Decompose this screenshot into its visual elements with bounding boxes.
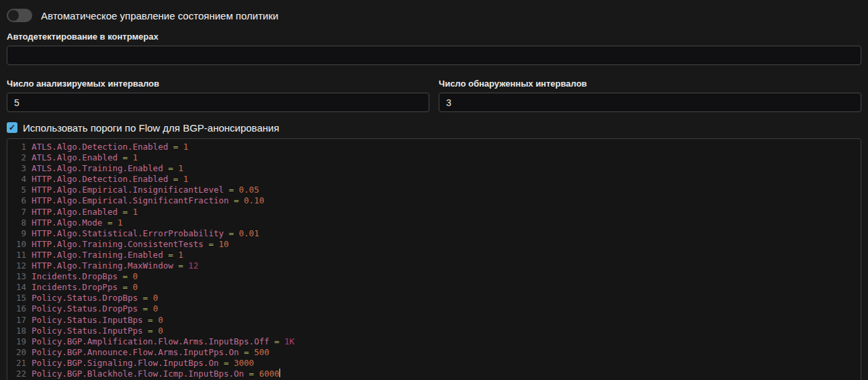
code-line[interactable]: 11HTTP.Algo.Training.Enabled = 1 bbox=[7, 250, 861, 260]
code-line[interactable]: 22Policy.BGP.Blackhole.Flow.Icmp.InputBp… bbox=[7, 369, 861, 379]
code-line[interactable]: 18Policy.Status.InputPps = 0 bbox=[7, 326, 861, 336]
detected-intervals-field: Число обнаруженных интервалов bbox=[439, 79, 861, 112]
equals-operator: = bbox=[224, 185, 239, 195]
config-value: 12 bbox=[188, 260, 198, 271]
line-number: 11 bbox=[7, 250, 32, 260]
config-value: 0.10 bbox=[244, 195, 264, 206]
equals-operator: = bbox=[239, 347, 255, 358]
config-value: 0 bbox=[158, 315, 163, 326]
config-key: HTTP.Algo.Detection.Enabled bbox=[32, 174, 168, 185]
config-value: 0 bbox=[158, 326, 163, 336]
config-value: 1 bbox=[183, 142, 189, 152]
autodetect-label: Автодетектирование в контрмерах bbox=[7, 32, 861, 42]
config-key: ATLS.Algo.Detection.Enabled bbox=[32, 142, 168, 152]
flow-thresholds-checkbox[interactable]: ✓ bbox=[7, 122, 17, 133]
line-number: 21 bbox=[7, 358, 32, 369]
equals-operator: = bbox=[204, 239, 219, 250]
line-number: 7 bbox=[7, 207, 32, 218]
code-line[interactable]: 12HTTP.Algo.Training.MaxWindow = 12 bbox=[7, 260, 861, 271]
equals-operator: = bbox=[168, 174, 183, 185]
equals-operator: = bbox=[224, 228, 239, 239]
config-key: Policy.BGP.Amplification.Flow.Arms.Input… bbox=[32, 336, 269, 347]
equals-operator: = bbox=[244, 369, 259, 379]
config-key: HTTP.Algo.Training.Enabled bbox=[32, 250, 163, 260]
line-number: 18 bbox=[7, 326, 32, 336]
line-number: 12 bbox=[7, 260, 32, 271]
code-line[interactable]: 16Policy.Status.DropPps = 0 bbox=[7, 303, 861, 314]
equals-operator: = bbox=[102, 218, 118, 228]
config-value: 1 bbox=[183, 174, 189, 185]
config-key: ATLS.Algo.Training.Enabled bbox=[32, 163, 163, 174]
text-cursor bbox=[279, 369, 281, 377]
config-key: Policy.BGP.Announce.Flow.Arms.InputPps.O… bbox=[32, 347, 239, 358]
code-line[interactable]: 4HTTP.Algo.Detection.Enabled = 1 bbox=[7, 174, 861, 185]
code-line[interactable]: 3ATLS.Algo.Training.Enabled = 1 bbox=[7, 163, 861, 174]
analyzed-intervals-input[interactable] bbox=[7, 93, 429, 112]
code-line[interactable]: 17Policy.Status.InputBps = 0 bbox=[7, 315, 861, 326]
line-number: 4 bbox=[7, 174, 32, 185]
config-editor[interactable]: 1ATLS.Algo.Detection.Enabled = 12ATLS.Al… bbox=[7, 138, 861, 380]
config-value: 6000 bbox=[259, 369, 279, 379]
equals-operator: = bbox=[143, 326, 159, 336]
code-line[interactable]: 15Policy.Status.DropBps = 0 bbox=[7, 293, 861, 303]
code-line[interactable]: 20Policy.BGP.Announce.Flow.Arms.InputPps… bbox=[7, 347, 861, 358]
line-number: 17 bbox=[7, 315, 32, 326]
equals-operator: = bbox=[163, 250, 179, 260]
line-number: 14 bbox=[7, 282, 32, 293]
detected-intervals-input[interactable] bbox=[439, 93, 861, 112]
config-key: Incidents.DropBps bbox=[32, 271, 118, 282]
config-value: 0.05 bbox=[239, 185, 259, 195]
policy-auto-state-toggle[interactable] bbox=[7, 9, 32, 22]
config-key: ATLS.Algo.Enabled bbox=[32, 152, 118, 163]
line-number: 5 bbox=[7, 185, 32, 195]
code-line[interactable]: 7HTTP.Algo.Enabled = 1 bbox=[7, 207, 861, 218]
code-line[interactable]: 21Policy.BGP.Signaling.Flow.InputBps.On … bbox=[7, 358, 861, 369]
line-number: 2 bbox=[7, 152, 32, 163]
config-key: Policy.Status.DropBps bbox=[32, 293, 138, 303]
code-line[interactable]: 13Incidents.DropBps = 0 bbox=[7, 271, 861, 282]
code-line[interactable]: 2ATLS.Algo.Enabled = 1 bbox=[7, 152, 861, 163]
code-line[interactable]: 19Policy.BGP.Amplification.Flow.Arms.Inp… bbox=[7, 336, 861, 347]
code-line[interactable]: 6HTTP.Algo.Empirical.SignificantFraction… bbox=[7, 195, 861, 206]
equals-operator: = bbox=[138, 303, 153, 314]
code-line[interactable]: 9HTTP.Algo.Statistical.ErrorProbability … bbox=[7, 228, 861, 239]
code-line[interactable]: 8HTTP.Algo.Mode = 1 bbox=[7, 218, 861, 228]
equals-operator: = bbox=[118, 282, 133, 293]
config-value: 1 bbox=[118, 218, 123, 228]
code-line[interactable]: 1ATLS.Algo.Detection.Enabled = 1 bbox=[7, 142, 861, 152]
code-line[interactable]: 5HTTP.Algo.Empirical.InsignificantLevel … bbox=[7, 185, 861, 195]
config-value: 500 bbox=[254, 347, 269, 358]
equals-operator: = bbox=[138, 293, 153, 303]
line-number: 9 bbox=[7, 228, 32, 239]
equals-operator: = bbox=[269, 336, 285, 347]
config-value: 0 bbox=[133, 271, 138, 282]
line-number: 6 bbox=[7, 195, 32, 206]
config-value: 3000 bbox=[234, 358, 254, 369]
analyzed-intervals-label: Число анализируемых интервалов bbox=[7, 79, 429, 89]
autodetect-field: Автодетектирование в контрмерах bbox=[7, 32, 861, 65]
line-number: 15 bbox=[7, 293, 32, 303]
equals-operator: = bbox=[143, 315, 159, 326]
equals-operator: = bbox=[229, 195, 245, 206]
settings-form: Автоматическое управление состоянием пол… bbox=[0, 0, 868, 380]
equals-operator: = bbox=[118, 152, 133, 163]
code-line[interactable]: 10HTTP.Algo.Training.ConsistentTests = 1… bbox=[7, 239, 861, 250]
detected-intervals-label: Число обнаруженных интервалов bbox=[439, 79, 861, 89]
line-number: 22 bbox=[7, 369, 32, 379]
config-key: HTTP.Algo.Mode bbox=[32, 218, 102, 228]
code-line[interactable]: 14Incidents.DropPps = 0 bbox=[7, 282, 861, 293]
config-value: 0 bbox=[133, 282, 138, 293]
equals-operator: = bbox=[118, 207, 133, 218]
autodetect-input[interactable] bbox=[7, 46, 861, 65]
config-key: Incidents.DropPps bbox=[32, 282, 118, 293]
config-value: 1 bbox=[133, 152, 138, 163]
config-key: HTTP.Algo.Empirical.SignificantFraction bbox=[32, 195, 229, 206]
policy-auto-state-row: Автоматическое управление состоянием пол… bbox=[7, 8, 861, 23]
line-number: 16 bbox=[7, 303, 32, 314]
config-value: 0 bbox=[153, 293, 159, 303]
line-number: 13 bbox=[7, 271, 32, 282]
equals-operator: = bbox=[218, 358, 234, 369]
equals-operator: = bbox=[168, 142, 183, 152]
config-key: HTTP.Algo.Empirical.InsignificantLevel bbox=[32, 185, 224, 195]
checkmark-icon: ✓ bbox=[9, 123, 15, 132]
